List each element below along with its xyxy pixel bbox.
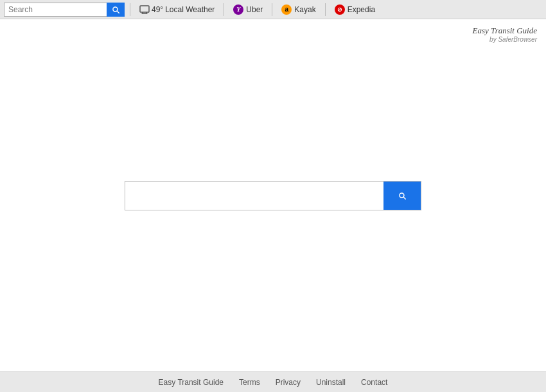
monitor-icon xyxy=(139,5,150,14)
weather-temp: 49° xyxy=(152,5,163,14)
expedia-icon: ⊘ xyxy=(335,4,345,15)
uber-label: Uber xyxy=(246,5,263,14)
toolbar-divider-3 xyxy=(272,3,272,16)
search-icon xyxy=(111,5,120,14)
footer-privacy[interactable]: Privacy xyxy=(276,378,301,387)
toolbar-uber-link[interactable]: Y Uber xyxy=(229,3,267,16)
footer: Easy Transit Guide Terms Privacy Uninsta… xyxy=(0,371,546,392)
weather-label: Local Weather xyxy=(165,5,215,14)
main-content: Easy Transit Guide by SaferBrowser xyxy=(0,19,546,371)
toolbar-divider-1 xyxy=(130,3,130,16)
footer-uninstall[interactable]: Uninstall xyxy=(316,378,346,387)
svg-rect-0 xyxy=(140,6,149,12)
toolbar-weather-link[interactable]: 49° Local Weather xyxy=(136,4,218,15)
center-search-box xyxy=(125,181,421,210)
toolbar: 49° Local Weather Y Uber a Kayak ⊘ Exped… xyxy=(0,0,546,19)
toolbar-expedia-link[interactable]: ⊘ Expedia xyxy=(331,3,379,16)
kayak-label: Kayak xyxy=(294,5,315,14)
toolbar-divider-4 xyxy=(325,3,326,16)
center-search-icon xyxy=(398,191,407,200)
center-search-button[interactable] xyxy=(383,182,421,210)
toolbar-search-input[interactable] xyxy=(4,3,107,17)
footer-terms[interactable]: Terms xyxy=(239,378,260,387)
footer-contact[interactable]: Contact xyxy=(361,378,387,387)
footer-easy-transit-guide[interactable]: Easy Transit Guide xyxy=(159,378,224,387)
branding-subtitle: by SaferBrowser xyxy=(473,36,537,43)
branding-title: Easy Transit Guide xyxy=(473,26,537,36)
branding: Easy Transit Guide by SaferBrowser xyxy=(473,26,537,43)
svg-line-5 xyxy=(403,197,405,199)
toolbar-divider-2 xyxy=(224,3,224,16)
toolbar-kayak-link[interactable]: a Kayak xyxy=(277,3,319,16)
toolbar-search-button[interactable] xyxy=(107,3,125,17)
toolbar-search-wrapper xyxy=(4,3,125,17)
expedia-label: Expedia xyxy=(348,5,375,14)
center-search-input[interactable] xyxy=(125,182,383,210)
uber-icon: Y xyxy=(233,4,243,15)
kayak-icon: a xyxy=(281,4,292,15)
